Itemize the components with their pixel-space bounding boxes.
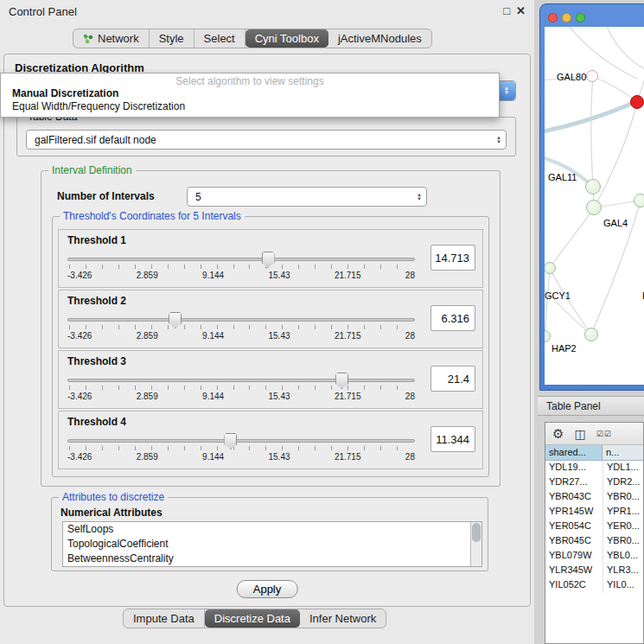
dropdown-option[interactable]: Equal Width/Frequency Discretization (1, 100, 499, 113)
column-header-name[interactable]: n... (603, 445, 643, 460)
number-of-intervals-value: 5 (188, 191, 412, 203)
top-tabstrip: Network Style Select Cyni Toolbox jActiv… (73, 29, 432, 48)
network-node[interactable] (585, 179, 601, 194)
tab-cyni-toolbox[interactable]: Cyni Toolbox (245, 29, 328, 48)
dropdown-option[interactable]: Manual Discretization (1, 87, 499, 100)
float-window-icon[interactable]: □ (503, 4, 510, 17)
tab-infer-network[interactable]: Infer Network (300, 609, 386, 628)
threshold-row: Threshold 3 -3.4262.8599.14415.4321.7152… (58, 350, 483, 409)
slider-track[interactable] (67, 439, 415, 443)
threshold-slider[interactable]: -3.4262.8599.14415.4321.71528 (67, 311, 415, 344)
node-label: GCY1 (545, 290, 571, 301)
algorithm-dropdown-popup: Select algorithm to view settings Manual… (0, 73, 500, 118)
network-canvas[interactable]: GAL80 GAL11 GAL4 GCY1 HAP2 H (545, 27, 644, 385)
cyni-toolbox-panel: Discretization Algorithm ▲▼ Table Data g… (3, 54, 531, 607)
list-item[interactable]: TopologicalCoefficient (63, 537, 481, 552)
table-body: YDL19...YDL1... YDR27...YDR2... YBR043CY… (545, 461, 643, 593)
threshold-value-field[interactable]: 11.344 (430, 426, 475, 452)
threshold-value-field[interactable]: 14.713 (430, 245, 475, 271)
table-row[interactable]: YDL19...YDL1... (545, 461, 643, 475)
network-node[interactable] (586, 200, 602, 215)
apply-button[interactable]: Apply (237, 580, 298, 598)
zoom-traffic-icon[interactable] (576, 13, 585, 22)
threshold-row: Threshold 2 -3.4262.8599.14415.4321.7152… (58, 290, 483, 348)
interval-definition-title: Interval Definition (48, 164, 136, 176)
slider-ticks (69, 325, 413, 329)
threshold-row: Threshold 4 -3.4262.8599.14415.4321.7152… (58, 411, 483, 469)
threshold-label: Threshold 2 (67, 295, 126, 307)
node-label: GAL4 (603, 218, 628, 228)
network-node[interactable] (586, 70, 598, 82)
app-root: Control Panel □ ✕ Network Style Select C… (0, 0, 644, 644)
column-header-shared[interactable]: shared... (545, 445, 603, 460)
tab-select[interactable]: Select (194, 29, 245, 48)
tab-label: Style (159, 32, 184, 45)
attributes-group-title: Attributes to discretize (59, 491, 168, 503)
number-of-intervals-combobox[interactable]: 5 ▲▼ (187, 187, 427, 207)
slider-ticks (69, 446, 413, 450)
threshold-label: Threshold 1 (67, 234, 126, 246)
slider-track[interactable] (67, 318, 415, 322)
table-row[interactable]: YER054CYER0... (545, 520, 643, 534)
list-item[interactable]: SelfLoops (63, 522, 481, 537)
attributes-list: SelfLoops TopologicalCoefficient Between… (62, 521, 482, 567)
threshold-value-field[interactable]: 6.316 (430, 305, 475, 331)
close-traffic-icon[interactable] (548, 13, 558, 22)
combo-stepper-icon[interactable]: ▲▼ (412, 193, 426, 201)
number-of-intervals-label: Number of Intervals (57, 190, 155, 202)
tab-label: Select (204, 32, 235, 45)
columns-icon[interactable]: ◫ (574, 427, 585, 441)
table-row[interactable]: YLR345WYLR3... (545, 564, 643, 578)
tab-style[interactable]: Style (150, 29, 194, 48)
close-icon[interactable]: ✕ (516, 4, 526, 17)
tab-discretize-data[interactable]: Discretize Data (205, 609, 300, 628)
tab-label: Impute Data (133, 612, 194, 625)
table-row[interactable]: YDR27...YDR2... (545, 475, 643, 490)
slider-ticks (69, 386, 413, 390)
tab-network[interactable]: Network (73, 29, 150, 48)
table-row[interactable]: YBR043CYBR0... (545, 490, 643, 505)
combo-stepper-icon[interactable]: ▲▼ (498, 81, 515, 100)
table-data-combobox[interactable]: galFiltered.sif default node ▲▼ (26, 130, 507, 150)
tab-jactivemnodules[interactable]: jActiveMNodules (328, 29, 431, 48)
tick-labels: -3.4262.8599.14415.4321.71528 (67, 452, 415, 462)
network-node[interactable] (634, 194, 644, 207)
tab-label: Network (98, 32, 139, 45)
thresholds-group: Threshold's Coordinates for 5 Intervals … (52, 216, 489, 477)
control-panel-window: Control Panel □ ✕ Network Style Select C… (0, 0, 534, 644)
table-panel: ⚙ ◫ ☑☑ shared... n... YDL19...YDL1... YD… (545, 422, 644, 644)
network-node-red[interactable] (630, 95, 644, 109)
threshold-value-field[interactable]: 21.4 (430, 366, 475, 392)
threshold-slider[interactable]: -3.4262.8599.14415.4321.71528 (67, 372, 415, 405)
table-data-group: Table Data galFiltered.sif default node … (16, 117, 516, 156)
network-view-window: GAL80 GAL11 GAL4 GCY1 HAP2 H (539, 3, 644, 391)
numerical-attributes-label: Numerical Attributes (61, 507, 163, 519)
table-row[interactable]: YPR145WYPR1... (545, 505, 643, 520)
threshold-slider[interactable]: -3.4262.8599.14415.4321.71528 (67, 251, 415, 284)
combo-stepper-icon[interactable]: ▲▼ (492, 136, 506, 144)
table-header-row: shared... n... (545, 445, 643, 461)
table-panel-titlebar: Table Panel (538, 396, 644, 416)
threshold-slider[interactable]: -3.4262.8599.14415.4321.71528 (67, 432, 415, 465)
minimize-traffic-icon[interactable] (562, 13, 571, 22)
window-title: Control Panel (9, 5, 77, 18)
list-item[interactable]: BetweennessCentrality (63, 552, 481, 566)
gear-icon[interactable]: ⚙ (552, 426, 564, 442)
table-row[interactable]: YBL079WYBL0... (545, 549, 643, 564)
node-label: HAP2 (552, 343, 577, 354)
table-panel-title: Table Panel (546, 400, 601, 412)
scrollbar[interactable] (470, 522, 481, 566)
tab-impute-data[interactable]: Impute Data (124, 609, 205, 628)
threshold-label: Threshold 3 (67, 355, 126, 367)
bottom-tabstrip: Impute Data Discretize Data Infer Networ… (123, 609, 386, 628)
scrollbar-thumb[interactable] (472, 523, 481, 542)
slider-track[interactable] (67, 379, 415, 382)
table-row[interactable]: YBR045CYBR0... (545, 534, 643, 549)
slider-ticks (69, 265, 413, 269)
network-node[interactable] (584, 328, 598, 341)
table-row[interactable]: YIL052CYIL0... (545, 578, 643, 593)
select-attributes-icon[interactable]: ☑☑ (596, 430, 612, 438)
interval-definition-group: Interval Definition Number of Intervals … (41, 170, 501, 487)
slider-track[interactable] (67, 258, 415, 261)
attributes-group: Attributes to discretize Numerical Attri… (51, 497, 488, 571)
